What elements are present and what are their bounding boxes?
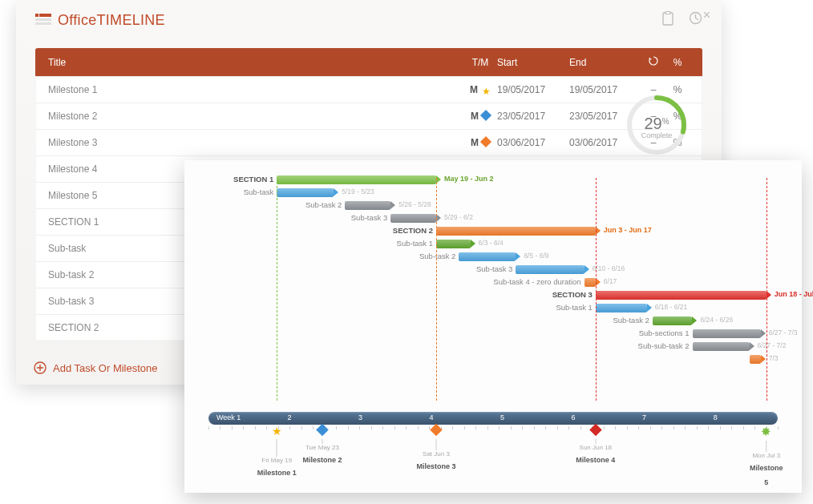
task-dates: 5/29 - 6/2 <box>444 213 473 221</box>
task-dates: 5/19 - 5/23 <box>342 187 374 196</box>
task-bar[interactable] <box>596 304 647 312</box>
section-bar[interactable] <box>277 175 436 184</box>
milestone-date: Sat Jun 3 <box>416 450 455 458</box>
history-icon[interactable] <box>689 11 702 29</box>
task-label: Sub-task 2 <box>419 252 455 260</box>
milestone-marker[interactable]: ✸Mon Jul 3Milestone 5 <box>750 425 783 488</box>
diamond-icon <box>480 136 491 147</box>
svg-rect-3 <box>35 22 51 25</box>
section-range: Jun 3 - Jun 17 <box>604 226 652 234</box>
milestone-name: Milestone 2 <box>302 456 342 464</box>
progress-caption: Complete <box>624 131 690 139</box>
timeline-output: SECTION 1May 19 - Jun 2Sub-task5/19 - 5/… <box>184 160 802 493</box>
table-row[interactable]: Milestone 3M03/06/201703/06/2017–% <box>35 129 702 155</box>
task-label: Sub-sub-task 2 <box>638 341 690 350</box>
diamond-icon <box>430 424 443 437</box>
week-tick: Week 1 <box>216 413 241 421</box>
plus-circle-icon <box>34 361 47 374</box>
svg-rect-5 <box>665 12 670 14</box>
task-dates: 7/3 <box>769 354 779 362</box>
milestone-marker[interactable]: ★Fri May 19Milestone 1 <box>257 425 297 478</box>
task-label: Sub-task 1 <box>556 303 592 312</box>
task-label: Sub-task 2 <box>613 316 649 325</box>
col-start: Start <box>497 57 569 68</box>
svg-rect-0 <box>35 14 38 17</box>
milestone-date: Fri May 19 <box>257 457 297 464</box>
week-axis: Week 12345678 ★Fri May 19Milestone 1Tue … <box>208 412 778 487</box>
task-dates: 6/10 - 6/16 <box>593 264 625 272</box>
task-label: Sub-task 3 <box>351 213 387 222</box>
gantt-chart: SECTION 1May 19 - Jun 2Sub-task5/19 - 5/… <box>184 160 802 401</box>
app-logo: OfficeTIMELINE <box>35 12 165 29</box>
task-dates: 6/17 <box>604 277 617 285</box>
week-tick: 4 <box>430 413 434 421</box>
star-icon: ★ <box>257 425 297 437</box>
progress-value: 29 <box>644 115 661 132</box>
col-title: Title <box>48 57 463 68</box>
milestone-date: Tue May 23 <box>302 444 342 451</box>
milestone-marker[interactable]: Sat Jun 3Milestone 3 <box>416 425 455 472</box>
task-bar[interactable] <box>277 188 334 197</box>
col-tm: T/M <box>463 57 497 68</box>
milestone-marker[interactable]: Sun Jun 18Milestone 4 <box>576 425 615 466</box>
milestone-date: Sun Jun 18 <box>576 444 615 451</box>
task-label: Sub-task 1 <box>397 239 433 248</box>
section-range: May 19 - Jun 2 <box>444 175 494 183</box>
section-label: SECTION 2 <box>393 226 433 235</box>
logo-text: OfficeTIMELINE <box>58 12 165 29</box>
week-tick: 5 <box>500 413 504 421</box>
task-bar[interactable] <box>584 278 596 287</box>
task-bar[interactable] <box>750 355 761 364</box>
week-tick: 8 <box>714 413 718 421</box>
task-bar[interactable] <box>653 317 693 325</box>
burst-icon: ✸ <box>750 425 783 439</box>
task-label: Sub-task 3 <box>476 264 512 273</box>
svg-rect-2 <box>35 18 51 21</box>
week-tick: 6 <box>572 413 576 421</box>
week-tick: 3 <box>358 413 362 421</box>
task-dates: 6/27 - 7/2 <box>758 341 787 349</box>
table-row[interactable]: Milestone 1M★19/05/201719/05/2017–% <box>35 76 702 103</box>
task-label: Sub-sections 1 <box>639 329 690 337</box>
table-row[interactable]: Milestone 2M23/05/201723/05/2017–% <box>35 103 702 129</box>
editor-header: OfficeTIMELINE <box>16 0 722 38</box>
milestone-name: Milestone 5 <box>750 464 783 486</box>
section-bar[interactable] <box>436 227 596 236</box>
milestone-marker[interactable]: Tue May 23Milestone 2 <box>302 425 342 466</box>
milestone-name: Milestone 1 <box>257 469 297 477</box>
svg-rect-1 <box>39 14 51 17</box>
task-label: Sub-task 4 - zero duration <box>493 277 580 286</box>
task-bar[interactable] <box>693 329 761 338</box>
diamond-icon <box>480 110 491 121</box>
diamond-icon <box>589 424 602 437</box>
task-label: Sub-task 2 <box>305 200 342 209</box>
task-bar[interactable] <box>345 201 390 210</box>
task-bar[interactable] <box>390 214 436 223</box>
col-pct: % <box>665 57 690 68</box>
add-task-label: Add Task Or Milestone <box>53 362 158 374</box>
task-bar[interactable] <box>693 342 750 351</box>
task-dates: 6/3 - 6/4 <box>479 239 504 247</box>
task-bar[interactable] <box>436 240 471 248</box>
milestone-date: Mon Jul 3 <box>750 452 783 459</box>
progress-ring: 29% Complete <box>624 92 690 158</box>
task-dates: 6/27 - 7/3 <box>769 329 798 337</box>
week-tick: 7 <box>642 413 646 421</box>
clipboard-icon[interactable] <box>661 11 674 29</box>
milestone-name: Milestone 4 <box>576 456 615 464</box>
close-icon[interactable]: × <box>703 8 710 22</box>
diamond-icon <box>316 424 329 437</box>
milestone-name: Milestone 3 <box>416 462 455 470</box>
table-header: Title T/M Start End % <box>35 48 702 76</box>
col-history-icon <box>641 56 665 68</box>
task-dates: 6/18 - 6/21 <box>655 303 688 311</box>
task-label: Sub-task <box>244 187 274 196</box>
task-dates: 6/24 - 6/26 <box>701 316 734 324</box>
task-bar[interactable] <box>516 265 584 274</box>
task-bar[interactable] <box>459 252 516 261</box>
col-end: End <box>569 57 641 68</box>
section-bar[interactable] <box>596 291 766 300</box>
section-label: SECTION 1 <box>233 175 273 183</box>
svg-rect-4 <box>663 13 673 25</box>
section-label: SECTION 3 <box>552 290 593 299</box>
